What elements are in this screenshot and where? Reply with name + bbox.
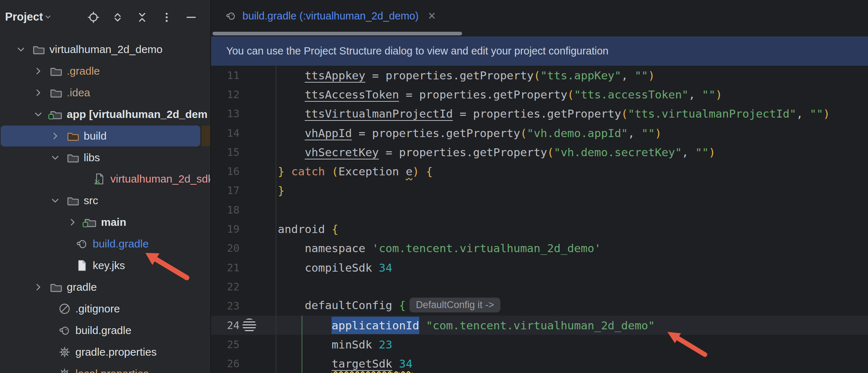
tree-item-label: gradle.properties (75, 346, 157, 358)
tree-item-.gitignore[interactable]: .gitignore (0, 298, 210, 320)
chevron-down-icon[interactable] (32, 108, 44, 120)
tree-item-build[interactable]: build (0, 125, 210, 147)
line-number[interactable]: 24 (211, 319, 240, 332)
line-number[interactable]: 21 (211, 262, 240, 274)
code-line-17[interactable]: 17} (211, 181, 868, 200)
tree-item-virtualhuman-2d-sdk[interactable]: virtualhuman_2d_sdk (0, 168, 210, 190)
tree-item-label: build.gradle (75, 324, 131, 337)
tree-item-label: src (84, 194, 98, 207)
inlay-hint: DefaultConfig it -> (409, 298, 501, 312)
gutter (240, 354, 276, 373)
annotation-arrow-build-gradle (142, 250, 190, 281)
gutter (240, 142, 276, 162)
warning-span: targetSdk 34 (332, 357, 412, 370)
gradle-icon (75, 237, 88, 250)
project-tree: virtualhuman_2d_demo.gradle.ideaapp [vir… (0, 0, 210, 373)
tree-item-label: key.jks (93, 259, 125, 272)
chevron-right-icon[interactable] (32, 281, 44, 293)
tab-build-gradle[interactable]: build.gradle (:virtualhuman_2d_demo) × (218, 0, 436, 32)
gutter (240, 316, 276, 335)
line-number[interactable]: 18 (211, 204, 240, 216)
gutter (240, 85, 276, 104)
tree-item-.idea[interactable]: .idea (0, 82, 210, 104)
tree-item-label: .idea (67, 87, 90, 99)
code-line-21[interactable]: 21 compileSdk 34 (211, 258, 868, 277)
close-icon[interactable]: × (428, 9, 435, 22)
gutter-lines-icon[interactable] (242, 319, 256, 332)
project-tool-window: Project virtualhuman_2d_demo.gradle.idea… (0, 0, 210, 373)
tree-item-virtualhuman-2d-demo[interactable]: virtualhuman_2d_demo (0, 39, 210, 60)
line-number[interactable]: 22 (211, 281, 240, 293)
line-number[interactable]: 26 (211, 357, 240, 370)
folder-icon (66, 151, 79, 164)
code-line-19[interactable]: 19android { (211, 219, 868, 238)
chevron-down-icon[interactable] (15, 43, 27, 56)
chevron-down-icon[interactable] (49, 194, 61, 207)
code-line-22[interactable]: 22 (211, 277, 868, 296)
aar-icon (93, 172, 106, 185)
tree-item-gradle.properties[interactable]: gradle.properties (0, 341, 210, 363)
tree-item-src[interactable]: src (0, 190, 210, 211)
line-number[interactable]: 20 (211, 242, 240, 254)
chevron-down-icon[interactable] (49, 152, 61, 164)
notification-banner: You can use the Project Structure dialog… (211, 36, 868, 66)
gutter (240, 277, 276, 296)
editor-area: build.gradle (:virtualhuman_2d_demo) × Y… (210, 0, 868, 373)
gutter (240, 297, 276, 316)
code-editor[interactable]: 11 ttsAppkey = properties.getProperty("t… (211, 66, 868, 373)
code-line-14[interactable]: 14 vhAppId = properties.getProperty("vh.… (211, 123, 868, 142)
line-number[interactable]: 12 (211, 88, 240, 101)
chevron-right-icon[interactable] (66, 216, 79, 228)
editor-tab-bar: build.gradle (:virtualhuman_2d_demo) × (211, 0, 868, 36)
tree-item-label: build (84, 130, 106, 142)
code-line-20[interactable]: 20 namespace 'com.tencent.virtualhuman_2… (211, 239, 868, 258)
code-line-26[interactable]: 26 targetSdk 34 (211, 354, 868, 373)
folder-brown-icon (66, 130, 79, 142)
tree-item-label: libs (84, 152, 100, 164)
code-line-23[interactable]: 23 defaultConfig {DefaultConfig it -> (211, 297, 868, 316)
chevron-right-icon[interactable] (32, 87, 44, 99)
scope-indent-guide (302, 316, 302, 373)
line-number[interactable]: 15 (211, 146, 240, 158)
line-number[interactable]: 16 (211, 165, 240, 177)
code-line-15[interactable]: 15 vhSecretKey = properties.getProperty(… (211, 142, 868, 162)
gutter (240, 200, 276, 219)
folder-icon (49, 65, 62, 78)
chevron-spacer (41, 324, 53, 337)
chevron-spacer (41, 303, 53, 315)
code-line-13[interactable]: 13 ttsVirtualmanProjectId = properties.g… (211, 104, 868, 123)
gutter (240, 181, 276, 200)
tree-item-local.properties[interactable]: local.properties (0, 363, 210, 373)
code-line-16[interactable]: 16} catch (Exception e) { (211, 162, 868, 181)
code-line-25[interactable]: 25 minSdk 23 (211, 335, 868, 354)
line-number[interactable]: 23 (211, 300, 240, 312)
line-number[interactable]: 13 (211, 107, 240, 120)
chevron-spacer (58, 238, 70, 250)
gutter (240, 258, 276, 277)
line-number[interactable]: 19 (211, 223, 240, 235)
tree-item-label: main (101, 216, 126, 228)
tree-item-label: build.gradle (93, 238, 149, 250)
gutter (240, 335, 276, 354)
code-line-18[interactable]: 18 (211, 200, 868, 219)
chevron-spacer (41, 346, 53, 358)
chevron-spacer (76, 173, 88, 185)
tree-item-libs[interactable]: libs (0, 147, 210, 168)
folder-icon (66, 194, 79, 207)
line-number[interactable]: 25 (211, 338, 240, 351)
tree-item-label: .gradle (67, 65, 100, 77)
chevron-right-icon[interactable] (49, 130, 61, 142)
line-number[interactable]: 11 (211, 69, 240, 82)
code-line-12[interactable]: 12 ttsAccessToken = properties.getProper… (211, 85, 868, 104)
tree-item-main[interactable]: main (0, 211, 210, 233)
chevron-right-icon[interactable] (32, 65, 44, 77)
code-line-11[interactable]: 11 ttsAppkey = properties.getProperty("t… (211, 66, 868, 85)
tree-item-.gradle[interactable]: .gradle (0, 60, 210, 82)
code-line-24[interactable]: 24 applicationId "com.tencent.virtualhum… (211, 316, 868, 335)
tree-item-app-virtualhuman-2d-dem[interactable]: app [virtualhuman_2d_dem (0, 104, 210, 125)
gutter (240, 123, 276, 142)
line-number[interactable]: 14 (211, 127, 240, 139)
line-number[interactable]: 17 (211, 184, 240, 197)
tree-item-build.gradle[interactable]: build.gradle (0, 320, 210, 341)
folder-module-icon (84, 216, 97, 229)
